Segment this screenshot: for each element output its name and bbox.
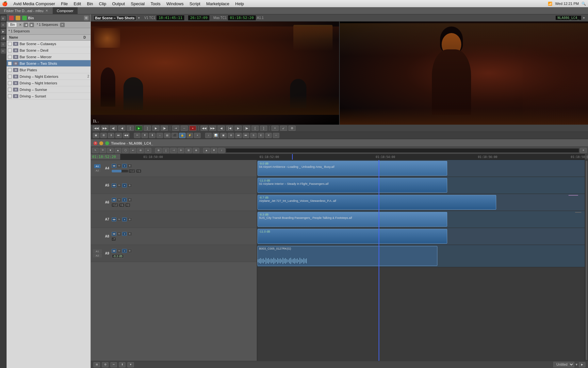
clip-a4[interactable]: -9.0 dB 04 Airport Ambience –Loading _ U… [257,161,447,176]
strip-btn-1[interactable]: B [1,16,6,21]
tl-tool-overwrite[interactable]: ↩ [130,148,136,153]
tool-s[interactable]: S [250,133,257,138]
track-vol-bar-a4[interactable] [112,170,128,172]
menu-edit[interactable]: Edit [71,1,84,7]
transport-add[interactable]: + [271,126,279,131]
track-btn-2-a6[interactable]: M [117,198,122,202]
strip-btn-2[interactable]: ≡ [1,22,6,27]
transport-play[interactable]: ▶ [135,126,142,131]
tl-tool-up[interactable]: ▲ [203,148,210,153]
transport-rew-fast[interactable]: ◀◀ [93,126,100,131]
tool-monitor[interactable]: ▣ [93,133,99,138]
footer-btn-2[interactable]: ⚙ [102,362,108,367]
bin-item-checkbox-0[interactable] [8,42,12,46]
bin-item-checkbox-7[interactable] [8,88,12,92]
tool-add-edit[interactable]: ⌖ [194,133,201,138]
track-btn-3-a5[interactable]: ● [122,184,127,187]
tl-tool-mark2[interactable]: ⊣ [170,148,177,153]
track-btn-3-a9[interactable]: ● [122,249,127,253]
tool-audio[interactable]: ♪ [205,133,212,138]
tl-tool-select[interactable]: ↖ [92,148,99,153]
composer-seq-name[interactable]: Bar Scene – Two Shots [93,15,136,21]
transport-step-back[interactable]: ◀ [118,126,125,131]
transport-mark-in[interactable]: [ [127,126,134,131]
track-btn-4-a9[interactable]: ⊕ [127,249,132,253]
tab-composer[interactable]: Composer [53,7,78,14]
track-btn-3-a7[interactable]: ● [122,218,127,221]
menu-bin[interactable]: Bin [84,1,96,7]
timeline-min-btn[interactable] [99,141,103,145]
transport-mark-out[interactable]: ] [144,126,151,131]
bin-item-6[interactable]: ▤ Driving – Night Interiors [7,80,90,86]
menu-file[interactable]: File [58,1,71,7]
track-btn-3-a6[interactable]: ● [122,198,127,202]
track-btn-4-a5[interactable]: ⊕ [127,184,132,187]
tl-tool-zoom[interactable]: ⊕ [193,148,199,153]
menu-script[interactable]: Script [187,1,203,7]
tool-replace[interactable]: ⬛ [172,133,178,138]
transport-fwd[interactable]: |▶ [161,126,168,131]
track-btn-1-a6[interactable]: ◀▶ [112,198,116,202]
transport-fwd2[interactable]: ▶▶ [209,126,216,131]
footer-btn-4[interactable]: ⬆ [119,362,125,367]
transport-fwd-step[interactable]: |▶ [243,126,250,131]
tl-tool-lift[interactable]: ⬡ [122,148,129,153]
bin-settings-btn[interactable]: ⚙ [84,16,89,20]
bin-close-btn[interactable] [9,16,14,20]
clip-a6-small[interactable] [568,195,578,196]
tool-grid[interactable]: ⊞ [100,133,107,138]
tool-toggle[interactable]: ⊗ [228,133,234,138]
bin-item-2[interactable]: ▤ Bar Scene – Mercer [7,54,90,60]
tl-vertical-scroll[interactable] [585,160,588,361]
menu-clip[interactable]: Clip [96,1,109,7]
tool-overwrite[interactable]: ▤ [164,133,171,138]
tool-e[interactable]: E [258,133,264,138]
strip-btn-4[interactable]: ◀ [1,35,6,41]
clip-a8[interactable]: -11.0 dB [257,229,447,244]
tab-close-fisker[interactable]: ✕ [45,9,49,12]
tool-monitor2[interactable]: ▣ [220,133,227,138]
tl-tool-mark[interactable]: [ [163,148,169,153]
bin-item-checkbox-3[interactable] [8,61,12,65]
menu-special[interactable]: Special [128,1,147,7]
tool-video-meter[interactable]: 📊 [213,133,219,138]
footer-btn-1[interactable]: ⊞ [93,362,100,367]
tl-tool-trim[interactable]: ⊢ [100,148,106,153]
transport-step2[interactable]: |◀ [226,126,233,131]
bin-item-checkbox-1[interactable] [8,48,12,52]
tl-tool-snap[interactable]: ⊞ [185,148,192,153]
bin-item-checkbox-6[interactable] [8,81,12,85]
transport-back2[interactable]: ◀ [218,126,225,131]
clip-a7-small[interactable] [575,212,581,213]
track-btn-1-a5[interactable]: ◀▶ [112,184,116,187]
bin-item-5[interactable]: ▤ Driving – Night Exteriors 2 [7,73,90,80]
footer-arrow[interactable]: ▼ [575,363,578,366]
bin-panel-close[interactable]: ✕ [60,23,65,27]
tl-tool-list[interactable]: ≡ [580,148,587,153]
bin-max-btn[interactable] [22,16,27,20]
track-btn-3-a8[interactable]: ● [122,232,127,236]
track-btn-1-a9[interactable]: ◀▶ [112,249,116,253]
tl-tool-motion[interactable]: ⌖ [145,148,151,153]
tool-x[interactable]: ✕ [265,133,272,138]
tool-splice[interactable]: ⬦ [156,133,163,138]
timeline-close-btn[interactable]: ✕ [93,141,97,145]
strip-btn-6[interactable]: ✂ [1,48,6,54]
transport-play2[interactable]: ▶ [235,126,242,131]
tool-sync-lock[interactable]: 🔒 [179,133,186,138]
bin-item-1[interactable]: ▤ Bar Scene – Devil [7,47,90,54]
menu-tools[interactable]: Tools [148,1,163,7]
menu-windows[interactable]: Windows [164,1,186,7]
transport-sync[interactable]: ↔ [181,126,188,131]
tool-pause[interactable]: ⏸ [108,133,114,138]
tool-wide[interactable]: ↔ [273,133,279,138]
tl-tool-cut[interactable]: ⊖ [137,148,144,153]
tab-fisker[interactable]: Fisker The D...eal - mfeu ✕ [0,7,53,14]
menu-search-icon[interactable]: 🔍 [581,2,586,6]
strip-btn-3[interactable]: ▶ [1,29,6,34]
menu-output[interactable]: Output [109,1,127,7]
track-btn-2-a8[interactable]: M [117,232,122,236]
scroll-thumb[interactable] [586,161,587,360]
clip-a6[interactable]: -8.7 dB Airplane_Jet 727_Int_Landing_Voi… [257,195,496,210]
footer-btn-5[interactable]: ▼ [127,362,134,367]
